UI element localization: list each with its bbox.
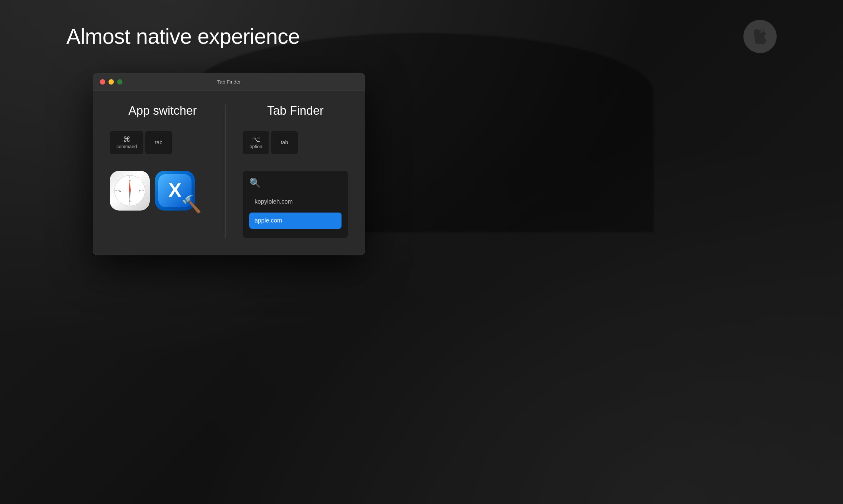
window-content: App switcher ⌘ command tab bbox=[93, 91, 365, 255]
hammer-emoji: 🔨 bbox=[181, 195, 202, 214]
option-key: ⌥ option bbox=[243, 131, 269, 154]
app-switcher-column: App switcher ⌘ command tab bbox=[110, 104, 225, 238]
command-symbol: ⌘ bbox=[123, 136, 131, 143]
page-header: Almost native experience bbox=[0, 20, 843, 53]
safari-icon: N S E W bbox=[110, 171, 150, 211]
svg-text:X: X bbox=[169, 179, 182, 201]
mac-window: Tab Finder App switcher ⌘ command tab bbox=[93, 73, 365, 255]
features-row: App switcher ⌘ command tab bbox=[110, 104, 348, 238]
xcode-icon-wrapper: X 🔨 bbox=[155, 171, 198, 211]
option-symbol: ⌥ bbox=[252, 136, 260, 143]
command-label: command bbox=[117, 144, 137, 149]
tab-finder-heading: Tab Finder bbox=[243, 104, 348, 118]
window-titlebar: Tab Finder bbox=[93, 73, 365, 91]
window-maximize-button[interactable] bbox=[117, 79, 122, 85]
option-label: option bbox=[250, 144, 262, 149]
tab-item-apple[interactable]: apple.com bbox=[249, 213, 342, 229]
command-key: ⌘ command bbox=[110, 131, 143, 154]
window-minimize-button[interactable] bbox=[108, 79, 114, 85]
tab-finder-column: Tab Finder ⌥ option tab 🔍 bbox=[226, 104, 348, 238]
tab-item-kopyloleh[interactable]: kopyloleh.com bbox=[249, 194, 342, 210]
safari-svg: N S E W bbox=[113, 174, 147, 207]
svg-text:W: W bbox=[119, 190, 121, 193]
apple-icon bbox=[752, 29, 768, 44]
app-icons-row: N S E W bbox=[110, 171, 216, 211]
svg-text:E: E bbox=[139, 190, 140, 193]
tab-label-tab-finder: tab bbox=[281, 140, 288, 146]
search-row: 🔍 bbox=[249, 177, 342, 188]
page-title: Almost native experience bbox=[66, 24, 300, 49]
tab-key-app-switcher: tab bbox=[145, 131, 172, 154]
tab-finder-panel: 🔍 kopyloleh.com apple.com bbox=[243, 171, 348, 238]
window-title: Tab Finder bbox=[218, 79, 241, 85]
tab-key-tab-finder: tab bbox=[271, 131, 298, 154]
apple-logo-button[interactable] bbox=[743, 20, 777, 53]
window-close-button[interactable] bbox=[100, 79, 105, 85]
window-controls bbox=[100, 79, 122, 85]
tab-finder-keys: ⌥ option tab bbox=[243, 131, 348, 154]
tab-label-app-switcher: tab bbox=[155, 140, 162, 146]
app-switcher-heading: App switcher bbox=[110, 104, 216, 118]
search-icon: 🔍 bbox=[249, 177, 261, 188]
app-switcher-keys: ⌘ command tab bbox=[110, 131, 216, 154]
